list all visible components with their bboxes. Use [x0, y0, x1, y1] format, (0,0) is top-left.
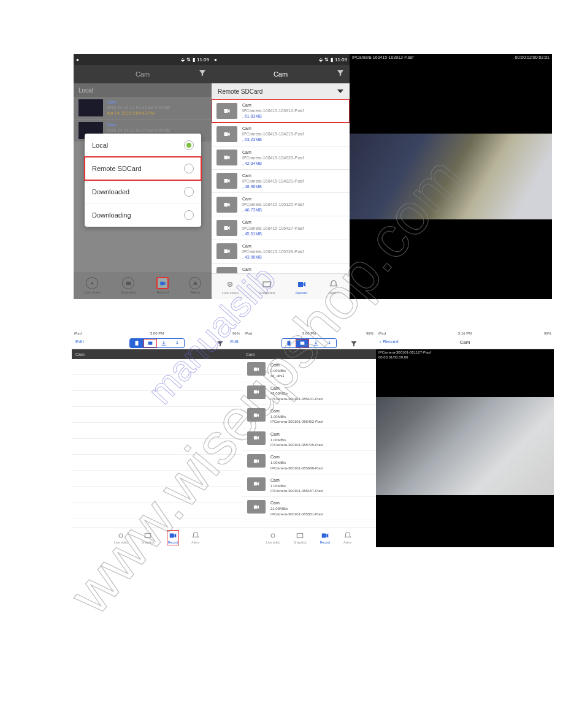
- signal-icon: ●: [76, 57, 79, 63]
- filter-icon[interactable]: [216, 339, 224, 350]
- recording-item[interactable]: Cam1.00MB/sIPCamera-300101-085930-P.asf: [242, 451, 376, 474]
- status-bar: iPad 3:00 PM 96%: [72, 330, 242, 337]
- tab-snapshot[interactable]: Snapshot: [294, 531, 307, 544]
- empty-list[interactable]: [72, 359, 242, 528]
- back-button[interactable]: ‹ Record: [380, 339, 399, 344]
- recording-item[interactable]: Cam1.00MB/sIPCamera-300101-085452-P.asf: [242, 405, 376, 428]
- recordings-list[interactable]: Cam0.00MB/ssd_dev1Cam43.00MB/sIPCamera-3…: [242, 359, 376, 528]
- source-dropdown[interactable]: Local: [74, 83, 212, 97]
- recording-item[interactable]: CamIPCamera-160415-103912-P.asf, 61.83MB: [212, 99, 350, 123]
- seg-downloading[interactable]: [170, 339, 184, 347]
- seg-remote[interactable]: [144, 339, 157, 347]
- video-icon: [216, 150, 237, 165]
- section-header: Cam: [72, 349, 242, 359]
- recording-item[interactable]: Cam1.00MB/sIPCamera-300101-085705-P.asf: [242, 428, 376, 452]
- seg-local[interactable]: [130, 339, 144, 347]
- recording-item[interactable]: CamIPCamera-160415-104520-P.asf, 42.04MB: [212, 146, 350, 170]
- recording-item[interactable]: CamIPCamera-160415-105427-P.asf, 45.51MB: [212, 216, 350, 240]
- recording-item[interactable]: CamIPCamera-160415-105729-P.asf, 43.98MB: [212, 240, 350, 264]
- wifi-icon: ⬙: [319, 57, 323, 63]
- svg-point-0: [91, 282, 93, 284]
- ipad-screen-remote-list: iPad 3:00 PM 96% Cam Cam0.00MB/ssd_dev1C…: [242, 330, 376, 547]
- video-icon: [156, 277, 169, 289]
- bottom-tab-bar: Live video Snapshot Record Alarm: [74, 272, 212, 299]
- radio-on-icon: [184, 140, 194, 150]
- tab-snapshot[interactable]: Snapshot: [142, 531, 155, 544]
- video-icon: [296, 279, 307, 290]
- seg-downloaded[interactable]: [157, 339, 170, 347]
- tab-live-video[interactable]: Live video: [266, 531, 280, 544]
- status-bar: ● ⬙ ⇅ ▮ 11:09: [212, 54, 350, 65]
- wifi-icon: ⬙: [181, 57, 185, 63]
- ipad-playback-screen: iPad 3:16 PM 93% ‹ Record Cam IPCamera-3…: [376, 330, 554, 547]
- video-icon: [247, 385, 266, 399]
- source-filter-popup: Local Remote SDCard Downloaded Downloadi…: [85, 134, 201, 227]
- recordings-list[interactable]: CamIPCamera-160415-103912-P.asf, 61.83MB…: [212, 99, 350, 273]
- tab-alarm[interactable]: Alarm: [191, 531, 200, 544]
- filter-icon[interactable]: [350, 339, 358, 350]
- tab-record[interactable]: Record: [168, 531, 178, 544]
- radio-off-icon: [184, 210, 194, 220]
- tab-alarm[interactable]: Alarm: [189, 277, 201, 294]
- filter-icon[interactable]: [336, 69, 345, 78]
- recording-item[interactable]: CamIPCamera-160415-104821-P.asf, 48.90MB: [212, 170, 350, 193]
- tab-snapshot[interactable]: Snapshot: [259, 279, 275, 295]
- tab-record[interactable]: Record: [156, 277, 169, 294]
- signal-icon: ●: [214, 57, 217, 63]
- status-bar: ● ⬙ ⇅ ▮ 11:09: [74, 54, 212, 65]
- tab-record[interactable]: Record: [296, 279, 307, 295]
- recording-item[interactable]: Cam0.00MB/ssd_dev1: [242, 359, 376, 382]
- svg-rect-10: [288, 341, 291, 346]
- phone-screen-remote-sdcard-list: ● ⬙ ⇅ ▮ 11:09 Cam Remote SDCard CamIPCam…: [212, 54, 350, 299]
- filter-icon[interactable]: [198, 69, 207, 77]
- source-dropdown[interactable]: Remote SDCard: [212, 83, 350, 99]
- edit-button[interactable]: Edit: [75, 339, 84, 344]
- status-time: 11:09: [335, 57, 347, 63]
- filter-option-downloading[interactable]: Downloading: [85, 203, 201, 227]
- image-icon: [122, 277, 134, 289]
- recording-item[interactable]: Cam43.00MB/sIPCamera-300101-085101-P.asf: [242, 382, 376, 406]
- tab-live-video[interactable]: Live video: [114, 531, 128, 544]
- seg-local[interactable]: [282, 339, 296, 347]
- bell-icon: [189, 277, 201, 289]
- svg-rect-6: [148, 342, 153, 344]
- recording-item[interactable]: Cam1.00MB/sIPCamera-300101-085157-P.asf: [242, 474, 376, 498]
- svg-point-13: [271, 534, 275, 537]
- svg-point-8: [119, 534, 123, 537]
- video-icon: [216, 173, 237, 189]
- filter-option-downloaded[interactable]: Downloaded: [85, 180, 201, 203]
- svg-rect-11: [301, 342, 305, 344]
- tab-alarm[interactable]: Alarm: [328, 279, 339, 295]
- svg-rect-9: [145, 534, 151, 538]
- camera-icon: [224, 279, 236, 290]
- thumbnail: [79, 99, 103, 116]
- recording-item[interactable]: CamIPCamera-160415-110031-P.asf, 41.13MB: [212, 264, 350, 273]
- tab-snapshot[interactable]: Snapshot: [121, 277, 136, 294]
- recording-item[interactable]: Cam21.00MB/sIPCamera-300101-085351-P.asf: [242, 497, 376, 520]
- nav-bar: Edit Edit: [72, 337, 242, 349]
- svg-rect-1: [126, 281, 131, 285]
- filter-option-remote-sdcard[interactable]: Remote SDCard: [85, 157, 201, 180]
- edit-button[interactable]: Edit: [230, 339, 239, 344]
- nav-bar: ‹ Record Cam: [376, 337, 554, 349]
- video-icon: [216, 126, 237, 142]
- seg-downloaded[interactable]: [309, 339, 323, 347]
- nav-title: Cam: [460, 339, 470, 345]
- video-icon: [247, 454, 266, 468]
- tab-live-video[interactable]: Live video: [84, 277, 101, 294]
- playback-filename: IPCamera-300101-081127-P.asf: [378, 351, 551, 355]
- tab-record[interactable]: Record: [320, 531, 330, 544]
- filter-option-local[interactable]: Local: [85, 134, 201, 157]
- network-icon: ⇅: [186, 57, 191, 63]
- seg-remote[interactable]: [296, 339, 309, 347]
- recording-item[interactable]: CamIPCamera-160415-104215-P.asf, 63.23MB: [212, 123, 350, 146]
- playback-timecode: 00:00:02/00:03:01: [515, 55, 550, 59]
- seg-downloading[interactable]: [323, 339, 336, 347]
- video-frame[interactable]: [350, 134, 552, 219]
- nav-title: Cam: [274, 70, 288, 78]
- tab-alarm[interactable]: Alarm: [343, 531, 352, 544]
- recording-item[interactable]: CamIPCamera-160415-105125-P.asf, 46.73MB: [212, 193, 350, 216]
- tab-live-video[interactable]: Live video: [222, 279, 239, 295]
- video-icon: [216, 197, 237, 213]
- video-frame[interactable]: [376, 397, 554, 495]
